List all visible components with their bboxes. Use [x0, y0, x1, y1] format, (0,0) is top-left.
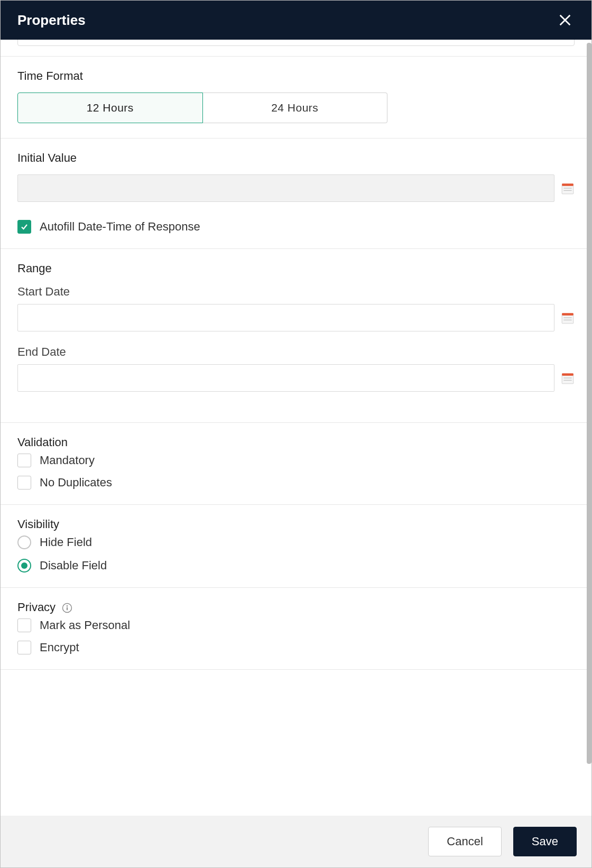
section-range: Range Start Date End Date: [1, 249, 591, 423]
disable-field-row: Disable Field: [17, 559, 575, 572]
panel-header: Properties: [1, 1, 591, 40]
initial-value-input[interactable]: [17, 174, 554, 202]
scroll-area[interactable]: Time Format 12 Hours 24 Hours Initial Va…: [1, 40, 591, 816]
autofill-label: Autofill Date-Time of Response: [40, 220, 200, 234]
mark-personal-label: Mark as Personal: [40, 618, 130, 632]
save-button[interactable]: Save: [513, 827, 577, 856]
section-privacy: Privacy Mark as Personal Encr: [1, 588, 591, 670]
panel-body: Time Format 12 Hours 24 Hours Initial Va…: [1, 40, 591, 816]
calendar-icon[interactable]: [561, 371, 575, 385]
properties-panel: Properties Time Format 12 Hours 24 Hours: [0, 0, 592, 868]
start-date-label: Start Date: [17, 285, 575, 299]
validation-heading: Validation: [17, 436, 575, 449]
svg-rect-7: [562, 313, 574, 315]
disable-field-radio[interactable]: [17, 559, 31, 572]
time-format-segmented: 12 Hours 24 Hours: [17, 93, 387, 123]
calendar-icon[interactable]: [561, 181, 575, 195]
svg-rect-16: [67, 607, 68, 611]
scrollbar[interactable]: [587, 43, 591, 764]
svg-rect-6: [562, 315, 574, 324]
start-date-row: [17, 304, 575, 331]
disable-field-label: Disable Field: [40, 559, 107, 572]
mandatory-checkbox[interactable]: [17, 454, 31, 467]
initial-value-heading: Initial Value: [17, 151, 575, 165]
encrypt-label: Encrypt: [40, 641, 79, 654]
info-icon[interactable]: [62, 603, 72, 613]
encrypt-row: Encrypt: [17, 641, 575, 654]
range-heading: Range: [17, 262, 575, 275]
end-date-input[interactable]: [17, 364, 554, 392]
previous-field-input[interactable]: [17, 40, 575, 46]
autofill-checkbox[interactable]: [17, 220, 31, 234]
section-time-format: Time Format 12 Hours 24 Hours: [1, 57, 591, 138]
hide-field-label: Hide Field: [40, 535, 92, 549]
start-date-input[interactable]: [17, 304, 554, 331]
svg-rect-3: [562, 183, 574, 186]
encrypt-checkbox[interactable]: [17, 641, 31, 654]
mark-personal-checkbox[interactable]: [17, 618, 31, 632]
section-initial-value: Initial Value: [1, 138, 591, 249]
svg-rect-11: [562, 373, 574, 375]
mandatory-row: Mandatory: [17, 454, 575, 467]
privacy-heading: Privacy: [17, 601, 575, 614]
cancel-button[interactable]: Cancel: [428, 827, 501, 856]
close-icon: [558, 13, 572, 27]
mark-personal-row: Mark as Personal: [17, 618, 575, 632]
time-format-12h[interactable]: 12 Hours: [17, 93, 203, 123]
visibility-heading: Visibility: [17, 518, 575, 531]
end-date-label: End Date: [17, 345, 575, 359]
panel-title: Properties: [17, 12, 86, 29]
section-validation: Validation Mandatory No Duplicates: [1, 423, 591, 505]
no-duplicates-checkbox[interactable]: [17, 476, 31, 490]
mandatory-label: Mandatory: [40, 454, 95, 467]
svg-rect-2: [562, 185, 574, 194]
initial-value-row: [17, 174, 575, 202]
previous-section-cutoff: [1, 40, 591, 57]
hide-field-row: Hide Field: [17, 535, 575, 549]
no-duplicates-row: No Duplicates: [17, 476, 575, 490]
panel-footer: Cancel Save: [1, 816, 591, 867]
time-format-heading: Time Format: [17, 69, 575, 83]
svg-point-15: [67, 605, 68, 606]
privacy-heading-text: Privacy: [17, 601, 56, 614]
calendar-icon[interactable]: [561, 311, 575, 325]
time-format-24h[interactable]: 24 Hours: [203, 93, 388, 123]
autofill-row: Autofill Date-Time of Response: [17, 220, 575, 234]
hide-field-radio[interactable]: [17, 535, 31, 549]
section-visibility: Visibility Hide Field Disable Field: [1, 505, 591, 588]
svg-rect-10: [562, 375, 574, 384]
close-button[interactable]: [556, 11, 575, 30]
end-date-row: [17, 364, 575, 392]
no-duplicates-label: No Duplicates: [40, 476, 112, 490]
